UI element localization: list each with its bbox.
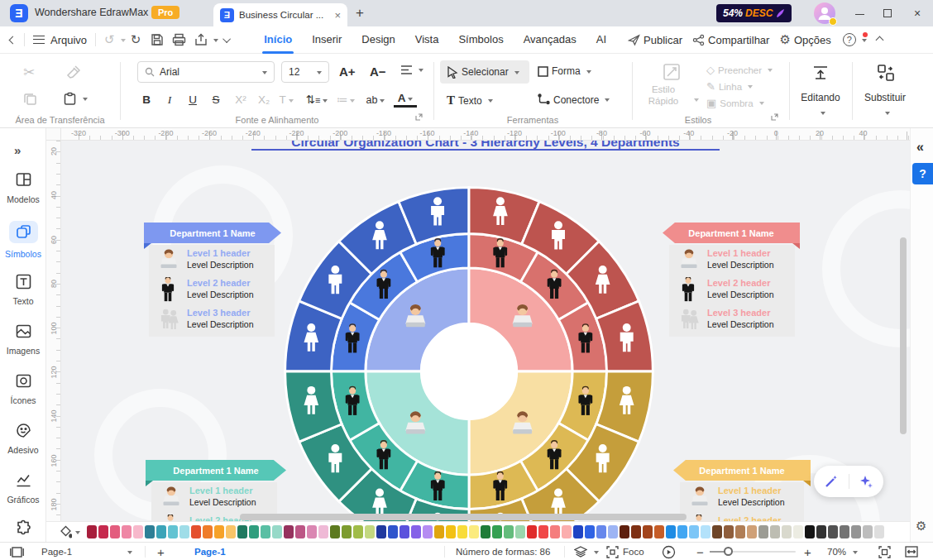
expand-sidebar-button[interactable]: » xyxy=(14,143,19,157)
collapse-panel-icon[interactable]: « xyxy=(916,140,924,155)
page-tab-active[interactable]: Page-1 xyxy=(194,543,226,560)
quick-style-button[interactable]: Estilo Rápido xyxy=(634,84,693,107)
color-swatch[interactable] xyxy=(527,525,537,538)
color-swatch[interactable] xyxy=(284,525,294,538)
color-swatch[interactable] xyxy=(620,525,629,538)
select-tool-button[interactable]: Selecionar xyxy=(440,60,529,84)
share-button[interactable]: Compartilhar xyxy=(692,34,769,46)
bold-button[interactable]: B xyxy=(137,90,156,110)
options-button[interactable]: ⚙ Opções xyxy=(779,32,830,47)
color-swatch[interactable] xyxy=(330,525,340,538)
level-row[interactable]: Level 1 header Level Description xyxy=(680,482,804,512)
color-swatch[interactable] xyxy=(376,525,386,538)
color-swatch[interactable] xyxy=(122,525,132,538)
zoom-slider[interactable] xyxy=(710,543,796,560)
color-swatch[interactable] xyxy=(423,525,433,538)
color-swatch[interactable] xyxy=(411,525,421,538)
underline-button[interactable]: U xyxy=(184,90,202,110)
zoom-in-button[interactable]: + xyxy=(804,543,811,560)
sidebar-item-plugins[interactable] xyxy=(0,519,46,540)
more-tools-button[interactable] xyxy=(225,37,231,43)
color-swatch[interactable] xyxy=(886,525,896,538)
format-painter-button[interactable] xyxy=(66,65,81,79)
print-button[interactable] xyxy=(172,33,186,46)
color-swatch[interactable] xyxy=(400,525,409,538)
replace-button[interactable]: Substituir xyxy=(852,92,918,103)
sidebar-item-adesivo[interactable]: Adesivo xyxy=(0,422,46,455)
color-swatch[interactable] xyxy=(608,525,618,538)
sidebar-item-simbolos[interactable]: Símbolos xyxy=(0,221,46,259)
pro-badge[interactable]: Pro xyxy=(151,6,179,19)
color-swatch[interactable] xyxy=(654,525,664,538)
color-swatch[interactable] xyxy=(272,525,282,538)
color-swatch[interactable] xyxy=(226,525,236,538)
discount-promo-badge[interactable]: 54% DESC xyxy=(716,4,792,22)
color-swatch[interactable] xyxy=(747,525,757,538)
color-swatch[interactable] xyxy=(573,525,583,538)
font-family-select[interactable]: Arial xyxy=(137,61,275,83)
quick-style-icon[interactable] xyxy=(662,62,682,82)
color-swatch[interactable] xyxy=(758,525,768,538)
color-swatch[interactable] xyxy=(724,525,734,538)
color-swatch[interactable] xyxy=(156,525,166,538)
tab-inicio[interactable]: Início xyxy=(254,26,302,54)
sidebar-item-graficos[interactable]: Gráficos xyxy=(0,471,46,505)
superscript-button[interactable]: X² xyxy=(230,90,251,110)
font-color-button[interactable]: A xyxy=(394,90,417,108)
color-swatch[interactable] xyxy=(261,525,270,538)
color-swatch[interactable] xyxy=(342,525,352,538)
focus-button[interactable]: Foco xyxy=(606,543,644,560)
color-swatch[interactable] xyxy=(550,525,560,538)
level-row[interactable]: Level 2 header Level Description xyxy=(680,512,804,521)
level-row[interactable]: Level 2 header Level Description xyxy=(149,275,275,304)
sidebar-item-modelos[interactable]: Modelos xyxy=(0,171,46,204)
color-swatch[interactable] xyxy=(677,525,687,538)
color-swatch[interactable] xyxy=(828,525,838,538)
zoom-track[interactable] xyxy=(710,551,796,553)
color-swatch[interactable] xyxy=(446,525,456,538)
color-swatch[interactable] xyxy=(318,525,328,538)
level-row[interactable]: Level 2 header Level Description xyxy=(669,275,795,304)
level-row[interactable]: Level 1 header Level Description xyxy=(669,245,795,275)
file-menu[interactable]: Arquivo xyxy=(33,34,87,46)
color-swatch[interactable] xyxy=(237,525,247,538)
export-button[interactable] xyxy=(194,33,218,46)
color-swatch[interactable] xyxy=(840,525,849,538)
level-row[interactable]: Level 3 header Level Description xyxy=(149,304,275,334)
department-banner[interactable]: Department 1 Name xyxy=(144,223,281,243)
drawing-canvas[interactable]: Circular Organization Chart - 3 Hierarch… xyxy=(61,141,910,521)
color-swatch[interactable] xyxy=(816,525,826,538)
color-swatch[interactable] xyxy=(87,525,97,538)
gear-icon[interactable]: ⚙ xyxy=(916,519,926,534)
font-size-select[interactable]: 12 xyxy=(281,61,329,83)
wheel-center[interactable] xyxy=(421,323,517,419)
minimize-button[interactable] xyxy=(845,0,873,26)
redo-button[interactable]: ↻ xyxy=(131,32,141,47)
horizontal-scrollbar[interactable] xyxy=(240,514,687,520)
color-swatch[interactable] xyxy=(515,525,525,538)
decrease-font-button[interactable]: A− xyxy=(370,65,386,79)
fill-color-tool[interactable] xyxy=(60,525,80,538)
org-wheel-chart[interactable] xyxy=(278,180,660,521)
bullet-list-button[interactable]: ≔ xyxy=(334,90,357,110)
subscript-button[interactable]: X₂ xyxy=(253,90,275,110)
publish-button[interactable]: Publicar xyxy=(628,34,682,46)
undo-button[interactable]: ↺ xyxy=(104,32,126,47)
diagram-title[interactable]: Circular Organization Chart - 3 Hierarch… xyxy=(251,141,720,151)
line-button[interactable]: ✎ Linha xyxy=(706,80,753,93)
play-presentation-button[interactable] xyxy=(662,543,676,560)
zoom-out-button[interactable]: − xyxy=(696,543,704,560)
tab-close-icon[interactable]: × xyxy=(334,9,341,22)
color-swatch[interactable] xyxy=(179,525,189,538)
color-swatch[interactable] xyxy=(98,525,108,538)
color-swatch[interactable] xyxy=(701,525,711,538)
color-swatch[interactable] xyxy=(168,525,178,538)
color-swatch[interactable] xyxy=(735,525,745,538)
level-row[interactable]: Level 1 header Level Description xyxy=(151,482,277,512)
color-swatch[interactable] xyxy=(562,525,572,538)
help-panel-button[interactable]: ? xyxy=(912,163,933,184)
maximize-button[interactable] xyxy=(873,0,902,26)
help-button[interactable]: ? xyxy=(843,33,867,46)
shape-tool-button[interactable]: Forma xyxy=(538,65,591,77)
zoom-level-select[interactable]: 70% xyxy=(827,543,858,560)
